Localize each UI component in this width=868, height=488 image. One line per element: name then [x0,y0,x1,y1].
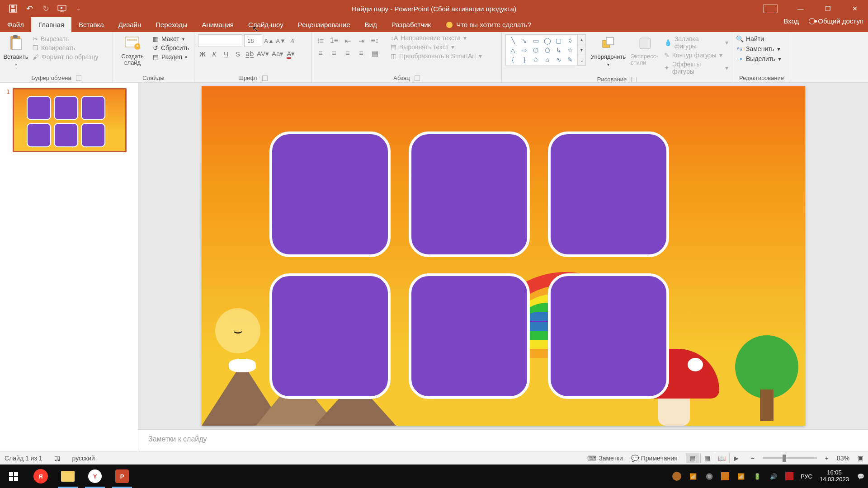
close-button[interactable]: ✕ [842,0,868,17]
tab-transitions[interactable]: Переходы [148,17,194,32]
align-right-button[interactable]: ≡ [343,49,353,58]
font-family-input[interactable] [198,34,242,47]
redo-icon[interactable]: ↻ [41,4,51,14]
text-shadow-button[interactable]: a̲b̲ [245,50,254,58]
qat-customize-icon[interactable]: ⌄ [73,4,83,14]
notes-pane[interactable]: Заметки к слайду [138,429,868,451]
shape-ellipse-icon[interactable]: ◯ [542,37,552,45]
shape-effects-button[interactable]: ✦Эффекты фигуры▾ [664,61,728,75]
shape-hex-icon[interactable]: ⬡ [531,46,541,55]
tray-language[interactable]: РУС [801,473,812,480]
shapes-scroll[interactable]: ▴▾⌄ [578,34,586,66]
layout-button[interactable]: ▦Макет▾ [153,35,189,42]
tray-app-icon[interactable] [672,472,681,481]
start-button[interactable] [0,465,27,488]
font-size-input[interactable] [244,34,262,47]
slideshow-view-button[interactable]: ▶ [729,453,743,463]
shape-more-icon[interactable]: ⌂ [542,55,552,64]
bullets-button[interactable]: ⁝≡ [316,36,326,45]
zoom-slider[interactable] [763,457,817,459]
tray-bluetooth-icon[interactable]: 🔘 [705,472,714,481]
slide-thumbnail-1[interactable] [13,88,127,152]
copy-button[interactable]: ❐Копировать [33,44,99,52]
tray-network-icon[interactable]: 📶 [736,472,745,481]
shape-rect-icon[interactable]: ▭ [531,37,541,45]
line-spacing-button[interactable]: ≡↕ [370,36,380,45]
numbering-button[interactable]: 1≡ [329,36,339,45]
find-button[interactable]: 🔍Найти [736,35,781,42]
tab-animation[interactable]: Анимация [195,17,241,32]
taskbar-explorer[interactable] [54,465,81,488]
sign-in-link[interactable]: Вход [783,17,799,25]
shape-fill-button[interactable]: 💧Заливка фигуры▾ [664,35,728,50]
zoom-in-button[interactable]: + [825,455,829,462]
language-indicator[interactable]: русский [72,455,95,462]
increase-font-icon[interactable]: A▲ [264,36,274,46]
sorter-view-button[interactable]: ▦ [700,453,714,463]
slide-canvas-area[interactable]: ⌣ [138,83,868,429]
character-spacing-button[interactable]: AV▾ [257,50,269,58]
decrease-indent-button[interactable]: ⇤ [343,36,353,45]
dialog-launcher-icon[interactable] [415,75,420,81]
tab-insert[interactable]: Вставка [71,17,111,32]
shape-line-icon[interactable]: ╲ [508,37,518,45]
quick-styles-button[interactable]: Экспресс-стили [631,34,660,75]
italic-button[interactable]: К [210,50,219,58]
shapes-gallery[interactable]: ╲ ↘ ▭ ◯ ▢ ◊ △ ⇨ ⬡ ⬠ ↳ ☆ { } ✩ ⌂ ∿ [505,34,578,66]
underline-button[interactable]: Ч [222,50,231,58]
tray-battery-icon[interactable]: 🔋 [753,472,762,481]
tab-view[interactable]: Вид [358,17,384,32]
shape-freeform-icon[interactable]: ∿ [553,55,564,64]
select-button[interactable]: ➝Выделить▾ [736,55,781,62]
taskbar-powerpoint[interactable]: P [108,465,136,488]
justify-button[interactable]: ≡ [356,49,366,58]
tell-me-search[interactable]: Что вы хотите сделать? [438,17,531,32]
convert-smartart-button[interactable]: ◫Преобразовать в SmartArt▾ [391,52,482,60]
share-button[interactable]: Общий доступ [809,17,863,25]
paste-button[interactable]: Вставить ▾ [4,34,28,74]
section-button[interactable]: ▤Раздел▾ [153,53,189,61]
ribbon-display-options-icon[interactable] [763,4,778,13]
zoom-level[interactable]: 83% [837,455,849,462]
reading-view-button[interactable]: 📖 [715,453,728,463]
shape-triangle-icon[interactable]: △ [508,46,518,55]
action-center-icon[interactable]: 💬 [856,472,865,481]
shape-callout-icon[interactable]: ✩ [531,55,541,64]
shape-arrow-icon[interactable]: ↘ [519,37,529,45]
new-slide-button[interactable]: ＊ Создать слайд [117,34,148,74]
reset-button[interactable]: ↺Сбросить [153,44,189,52]
shape-rarrow-icon[interactable]: ⇨ [519,46,529,55]
spellcheck-button[interactable]: 🕮 [54,455,61,462]
tray-mic-icon[interactable] [721,472,729,480]
replace-button[interactable]: ⇆Заменить▾ [736,45,781,52]
notes-toggle[interactable]: ⌨Заметки [587,455,623,462]
tab-file[interactable]: Файл [0,17,31,32]
decrease-font-icon[interactable]: A▼ [276,36,286,46]
memory-card[interactable] [548,273,669,399]
memory-card[interactable] [269,131,391,257]
tab-developer[interactable]: Разработчик [384,17,438,32]
memory-card[interactable] [548,131,669,257]
tab-home[interactable]: Главная [31,17,71,32]
bold-button[interactable]: Ж [198,50,207,58]
undo-icon[interactable]: ↶ [24,4,34,14]
tray-clock[interactable]: 16:05 14.03.2023 [820,469,849,483]
shape-pent-icon[interactable]: ⬠ [542,46,552,55]
tray-security-icon[interactable] [785,472,793,480]
shape-scribble-icon[interactable]: ✎ [565,55,576,64]
font-color-button[interactable]: A▾ [286,50,295,58]
memory-card[interactable] [409,273,530,399]
start-from-beginning-icon[interactable] [57,4,67,14]
align-center-button[interactable]: ≡ [329,49,339,58]
columns-button[interactable]: ▤ [370,49,380,58]
restore-button[interactable]: ❐ [815,0,841,17]
shape-roundrect-icon[interactable]: ▢ [553,37,564,45]
strikethrough-button[interactable]: S [233,50,242,58]
tray-volume-icon[interactable]: 🔊 [769,472,778,481]
taskbar-yandex[interactable]: Я [27,465,54,488]
dialog-launcher-icon[interactable] [76,75,81,81]
comments-toggle[interactable]: 💬Примечания [631,455,678,462]
tab-review[interactable]: Рецензирование [291,17,358,32]
shape-brace2-icon[interactable]: } [519,55,529,64]
dialog-launcher-icon[interactable] [631,77,637,82]
